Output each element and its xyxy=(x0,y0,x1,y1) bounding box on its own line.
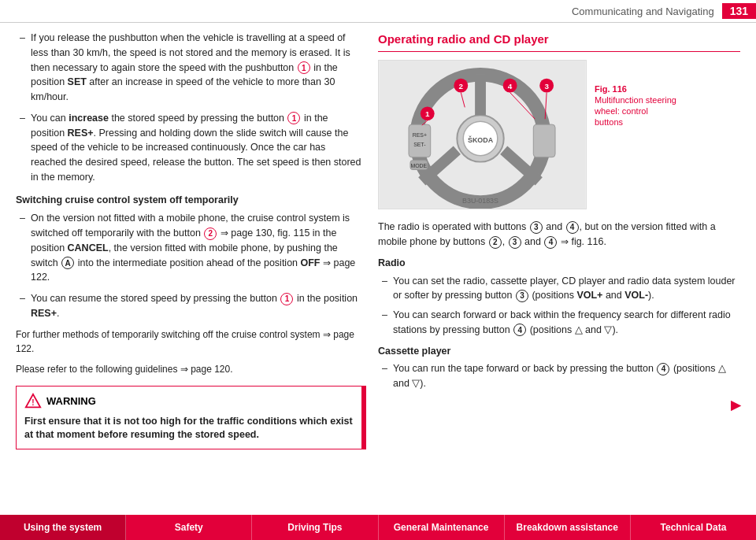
steering-section: ŠKODA RES+ SET- MODE 1 xyxy=(378,60,740,214)
svg-text:3: 3 xyxy=(544,81,549,90)
left-column: – If you release the pushbutton when the… xyxy=(16,31,362,487)
svg-text:MODE: MODE xyxy=(410,162,427,168)
cassette-dash-1: – xyxy=(382,361,393,391)
fig-caption: Fig. 116 Multifunction steering wheel: c… xyxy=(595,60,677,214)
circle-1c: 1 xyxy=(280,293,293,305)
circle-2a: 2 xyxy=(489,236,502,249)
svg-text:2: 2 xyxy=(459,81,464,90)
bullet-text-3: On the version not fitted with a mobile … xyxy=(31,211,362,285)
radio-dash-2: – xyxy=(382,308,393,338)
right-section-title: Operating radio and CD player xyxy=(378,31,740,52)
radio-dash-1: – xyxy=(382,274,393,304)
circle-A: A xyxy=(61,257,74,269)
svg-rect-15 xyxy=(533,124,555,157)
further-ref-2: Please refer to the following guidelines… xyxy=(16,362,362,376)
warning-body: First ensure that it is not too high for… xyxy=(24,415,354,442)
cassette-bullet-1: – You can run the tape forward or back b… xyxy=(378,361,740,391)
bottom-navigation[interactable]: Using the system Safety Driving Tips Gen… xyxy=(0,515,756,540)
radio-bullet-text-2: You can search forward or back within th… xyxy=(393,308,740,338)
fig-caption-text: Multifunction steering wheel: control bu… xyxy=(595,95,676,128)
bullet-item-2: – You can increase the stored speed by p… xyxy=(16,111,362,185)
circle-4c: 4 xyxy=(513,324,526,336)
warning-right-bar xyxy=(362,386,366,449)
section-heading-cruise: Switching cruise control system off temp… xyxy=(16,193,362,208)
warning-header: ! WARNING xyxy=(24,393,354,410)
circle-1b: 1 xyxy=(287,112,300,124)
warning-box: ! WARNING First ensure that it is not to… xyxy=(16,386,362,449)
cassette-heading: Cassette player xyxy=(378,344,740,359)
dash-2: – xyxy=(20,111,31,185)
circle-1: 1 xyxy=(298,61,310,74)
nav-item-breakdown[interactable]: Breakdown assistance xyxy=(505,515,631,540)
nav-item-general-maintenance[interactable]: General Maintenance xyxy=(379,515,505,540)
circle-3b: 3 xyxy=(509,236,521,249)
fig-label: Fig. 116 xyxy=(595,84,627,94)
content-area: – If you release the pushbutton when the… xyxy=(0,23,756,487)
cassette-bullet-text-1: You can run the tape forward or back by … xyxy=(393,361,740,391)
chapter-title: Communicating and Navigating xyxy=(572,6,714,17)
svg-text:4: 4 xyxy=(508,81,513,90)
circle-4b: 4 xyxy=(544,236,557,249)
svg-text:SET-: SET- xyxy=(413,141,425,146)
nav-item-safety[interactable]: Safety xyxy=(126,515,252,540)
radio-bullet-2: – You can search forward or back within … xyxy=(378,308,740,338)
warning-triangle-icon: ! xyxy=(24,393,42,410)
warning-container: ! WARNING First ensure that it is not to… xyxy=(16,386,362,449)
circle-4d: 4 xyxy=(657,363,669,375)
dash-3: – xyxy=(20,211,31,285)
bullet-item-3: – On the version not fitted with a mobil… xyxy=(16,211,362,285)
nav-item-technical-data[interactable]: Technical Data xyxy=(631,515,756,540)
warning-label: WARNING xyxy=(46,394,96,409)
radio-heading: Radio xyxy=(378,256,740,271)
steering-image-container: ŠKODA RES+ SET- MODE 1 xyxy=(378,60,587,214)
dash-1: – xyxy=(20,31,31,105)
right-column: Operating radio and CD player ŠKODA xyxy=(378,31,740,487)
continue-arrow: ▶ xyxy=(378,396,740,415)
svg-text:!: ! xyxy=(32,398,34,406)
svg-text:B3U-0183S: B3U-0183S xyxy=(462,197,498,205)
circle-3a: 3 xyxy=(530,221,543,234)
bullet-text-2: You can increase the stored speed by pre… xyxy=(31,111,362,185)
svg-text:1: 1 xyxy=(425,109,430,118)
page-header: Communicating and Navigating 131 xyxy=(0,0,756,23)
circle-2: 2 xyxy=(204,227,217,240)
nav-item-using-system[interactable]: Using the system xyxy=(0,515,126,540)
dash-4: – xyxy=(20,291,31,321)
svg-text:RES+: RES+ xyxy=(413,131,427,137)
bullet-text-1: If you release the pushbutton when the v… xyxy=(31,31,362,105)
svg-text:ŠKODA: ŠKODA xyxy=(468,135,494,143)
radio-intro: The radio is operated with buttons 3 and… xyxy=(378,220,740,250)
steering-wheel-svg: ŠKODA RES+ SET- MODE 1 xyxy=(378,60,587,209)
bullet-text-4: You can resume the stored speed by press… xyxy=(31,291,362,321)
radio-bullet-1: – You can set the radio, cassette player… xyxy=(378,274,740,304)
radio-bullet-text-1: You can set the radio, cassette player, … xyxy=(393,274,740,304)
nav-item-driving-tips[interactable]: Driving Tips xyxy=(252,515,378,540)
circle-4a: 4 xyxy=(566,221,579,234)
bullet-item-1: – If you release the pushbutton when the… xyxy=(16,31,362,105)
circle-3c: 3 xyxy=(516,290,528,302)
further-ref-1: For further methods of temporarily switc… xyxy=(16,327,362,356)
bullet-item-4: – You can resume the stored speed by pre… xyxy=(16,291,362,321)
page-number: 131 xyxy=(722,3,756,19)
